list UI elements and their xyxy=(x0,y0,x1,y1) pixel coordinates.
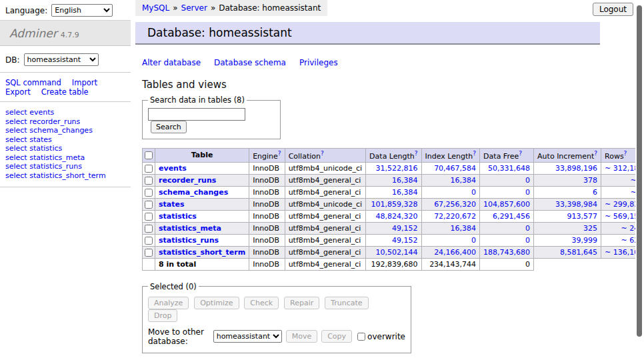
sidebar-item-select-states[interactable]: select states xyxy=(5,135,125,144)
table-link[interactable]: statistics_runs xyxy=(159,236,219,245)
table-link[interactable]: statistics_short_term xyxy=(159,248,245,257)
search-input[interactable] xyxy=(148,108,245,121)
table-row: statistics_runs InnoDB utf8mb4_general_c… xyxy=(143,234,644,246)
drop-button[interactable]: Drop xyxy=(148,309,177,322)
sidebar-link-import[interactable]: Import xyxy=(72,78,97,87)
auto-increment-link[interactable]: 33,398,984 xyxy=(555,200,597,209)
help-icon[interactable]: ? xyxy=(278,150,281,157)
help-icon[interactable]: ? xyxy=(594,150,597,157)
db-select[interactable]: homeassistant xyxy=(24,53,99,66)
data-length-link[interactable]: 31,522,816 xyxy=(376,164,418,173)
sidebar-link-sql-command[interactable]: SQL command xyxy=(5,78,61,87)
auto-increment-link[interactable]: 913,577 xyxy=(567,212,598,221)
table-row: events InnoDB utf8mb4_unicode_ci 31,522,… xyxy=(143,162,644,174)
scrollbar-thumb[interactable] xyxy=(637,5,642,337)
check-button[interactable]: Check xyxy=(244,297,279,309)
breadcrumb: MySQL»Server»Database: homeassistant xyxy=(135,0,327,16)
engine-cell: InnoDB xyxy=(249,162,285,174)
privileges-link[interactable]: Privileges xyxy=(299,58,338,67)
sidebar-item-select-statistics-short-term[interactable]: select statistics_short_term xyxy=(5,171,125,180)
sidebar-item-select-schema-changes[interactable]: select schema_changes xyxy=(5,126,125,135)
move-database-select[interactable]: homeassistant xyxy=(213,330,282,343)
index-length-link[interactable]: 0 xyxy=(471,236,476,245)
index-length-link[interactable]: 72,220,672 xyxy=(434,212,476,221)
search-button[interactable]: Search xyxy=(151,121,187,133)
index-length-link[interactable]: 67,256,320 xyxy=(434,200,476,209)
column-header-collation: Collation? xyxy=(285,149,365,163)
table-link[interactable]: events xyxy=(159,164,187,173)
help-icon[interactable]: ? xyxy=(624,150,627,157)
copy-button[interactable]: Copy xyxy=(321,330,352,343)
data-free-link[interactable]: 104,857,600 xyxy=(483,200,530,209)
database-schema-link[interactable]: Database schema xyxy=(214,58,286,67)
help-icon[interactable]: ? xyxy=(415,150,418,157)
index-length-link[interactable]: 70,467,584 xyxy=(434,164,476,173)
data-free-link[interactable]: 0 xyxy=(525,176,530,185)
table-link[interactable]: statistics xyxy=(159,212,197,221)
table-link[interactable]: statistics_meta xyxy=(159,224,221,233)
breadcrumb-link-mysql[interactable]: MySQL xyxy=(142,3,169,13)
sidebar-item-select-recorder-runs[interactable]: select recorder_runs xyxy=(5,117,125,126)
table-link[interactable]: schema_changes xyxy=(159,188,228,197)
row-checkbox[interactable] xyxy=(145,237,153,245)
row-checkbox[interactable] xyxy=(145,249,153,257)
alter-database-link[interactable]: Alter database xyxy=(142,58,201,67)
sidebar-link-export[interactable]: Export xyxy=(5,87,31,97)
data-free-link[interactable]: 6,291,456 xyxy=(493,212,530,221)
logout-button[interactable]: Logout xyxy=(593,3,633,16)
analyze-button[interactable]: Analyze xyxy=(148,297,189,309)
index-length-link[interactable]: 0 xyxy=(471,188,476,197)
repair-button[interactable]: Repair xyxy=(284,297,319,309)
auto-increment-link[interactable]: 6 xyxy=(593,188,597,197)
move-button[interactable]: Move xyxy=(286,330,318,343)
total-engine: InnoDB xyxy=(249,258,285,270)
sidebar-link-create-table[interactable]: Create table xyxy=(41,87,89,97)
help-icon[interactable]: ? xyxy=(519,150,522,157)
data-free-link[interactable]: 188,743,680 xyxy=(483,248,530,257)
data-free-link[interactable]: 0 xyxy=(525,188,530,197)
sidebar-item-select-statistics[interactable]: select statistics xyxy=(5,144,125,153)
truncate-button[interactable]: Truncate xyxy=(325,297,368,309)
table-link[interactable]: recorder_runs xyxy=(159,176,216,185)
auto-increment-link[interactable]: 8,581,645 xyxy=(560,248,597,257)
auto-increment-link[interactable]: 378 xyxy=(583,176,597,185)
data-length-link[interactable]: 10,502,144 xyxy=(376,248,418,257)
breadcrumb-current: Database: homeassistant xyxy=(219,3,321,13)
row-checkbox[interactable] xyxy=(145,189,153,197)
table-link[interactable]: states xyxy=(159,200,185,209)
data-length-link[interactable]: 49,152 xyxy=(392,224,418,233)
optimize-button[interactable]: Optimize xyxy=(194,297,239,309)
auto-increment-link[interactable]: 325 xyxy=(583,224,597,233)
row-checkbox[interactable] xyxy=(145,177,153,185)
row-checkbox[interactable] xyxy=(145,201,153,209)
auto-increment-link[interactable]: 39,999 xyxy=(572,236,598,245)
data-length-link[interactable]: 48,824,320 xyxy=(376,212,418,221)
select-all-checkbox[interactable] xyxy=(145,151,153,159)
language-select[interactable]: English xyxy=(51,4,113,17)
data-length-link[interactable]: 49,152 xyxy=(392,236,418,245)
sidebar-item-select-statistics-meta[interactable]: select statistics_meta xyxy=(5,153,125,162)
breadcrumb-link-server[interactable]: Server xyxy=(181,3,207,13)
row-checkbox[interactable] xyxy=(145,225,153,233)
index-length-link[interactable]: 24,166,400 xyxy=(434,248,476,257)
table-row: schema_changes InnoDB utf8mb4_general_ci… xyxy=(143,186,644,198)
data-length-link[interactable]: 101,859,328 xyxy=(371,200,418,209)
sidebar-item-select-statistics-runs[interactable]: select statistics_runs xyxy=(5,162,125,171)
data-length-link[interactable]: 16,384 xyxy=(392,188,418,197)
data-length-link[interactable]: 16,384 xyxy=(392,176,418,185)
help-icon[interactable]: ? xyxy=(321,150,324,157)
index-length-link[interactable]: 16,384 xyxy=(451,176,477,185)
data-free-link[interactable]: 0 xyxy=(525,236,530,245)
data-free-link[interactable]: 50,331,648 xyxy=(488,164,530,173)
scrollbar-track[interactable] xyxy=(635,0,644,362)
sidebar-item-select-events[interactable]: select events xyxy=(5,108,125,117)
help-icon[interactable]: ? xyxy=(473,150,476,157)
engine-cell: InnoDB xyxy=(249,246,285,258)
overwrite-checkbox[interactable] xyxy=(357,333,365,341)
row-checkbox[interactable] xyxy=(145,213,153,221)
row-checkbox[interactable] xyxy=(145,165,153,173)
selected-fieldset: Selected (0) Analyze Optimize Check Repa… xyxy=(142,282,411,353)
auto-increment-link[interactable]: 33,898,196 xyxy=(555,164,597,173)
index-length-link[interactable]: 16,384 xyxy=(451,224,477,233)
data-free-link[interactable]: 0 xyxy=(525,224,530,233)
